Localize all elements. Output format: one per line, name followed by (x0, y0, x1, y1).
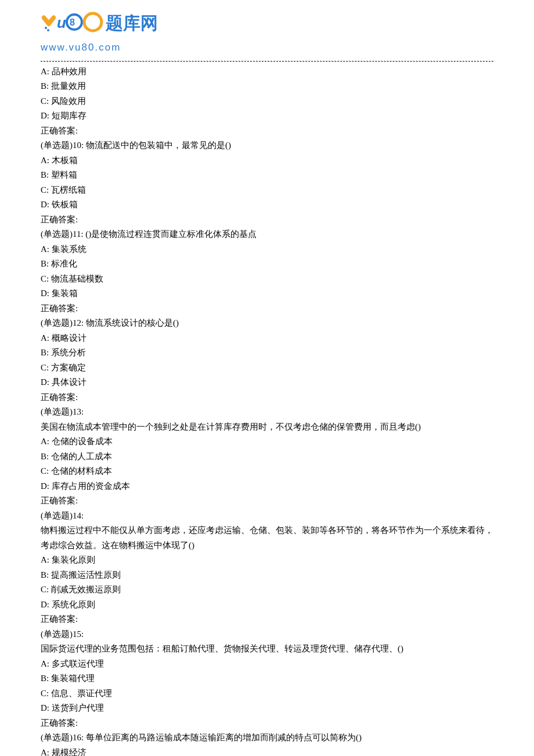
text-line: A: 集装化原则 (41, 553, 493, 568)
text-line: 正确答案: (41, 213, 493, 228)
text-line: C: 方案确定 (41, 361, 493, 376)
text-line: D: 送货到户代理 (41, 701, 493, 716)
text-line: 正确答案: (41, 124, 493, 139)
text-line: B: 提高搬运活性原则 (41, 568, 493, 583)
text-line: B: 塑料箱 (41, 168, 493, 183)
text-line: A: 仓储的设备成本 (41, 434, 493, 449)
svg-text:8: 8 (70, 17, 75, 27)
svg-point-5 (84, 13, 102, 31)
text-line: C: 风险效用 (41, 94, 493, 109)
text-line: B: 批量效用 (41, 79, 493, 94)
text-line: (单选题)13: (41, 405, 493, 420)
svg-point-1 (47, 29, 49, 31)
text-line: B: 集装箱代理 (41, 671, 493, 686)
text-line: A: 品种效用 (41, 64, 493, 80)
logo-container: u 8 题库网 www.vu80.com (41, 12, 493, 56)
text-line: A: 集装系统 (41, 242, 493, 257)
logo-url: www.vu80.com (41, 39, 493, 56)
text-line: 物料搬运过程中不能仅从单方面考虑，还应考虑运输、仓储、包装、装卸等各环节的，将各… (41, 523, 493, 553)
svg-point-0 (45, 27, 47, 29)
text-line: C: 物流基础模数 (41, 272, 493, 287)
text-line: B: 系统分析 (41, 345, 493, 361)
text-line: A: 规模经济 (41, 746, 493, 756)
text-line: D: 集装箱 (41, 286, 493, 301)
text-line: D: 系统化原则 (41, 597, 493, 613)
svg-text:u: u (57, 14, 66, 31)
text-line: (单选题)14: (41, 509, 493, 524)
text-line: (单选题)12: 物流系统设计的核心是() (41, 316, 493, 331)
text-line: C: 信息、票证代理 (41, 686, 493, 701)
text-line: 正确答案: (41, 390, 493, 405)
text-line: C: 削减无效搬运原则 (41, 582, 493, 597)
logo-graphic: u 8 题库网 (41, 12, 493, 41)
text-line: B: 仓储的人工成本 (41, 449, 493, 465)
text-line: 正确答案: (41, 494, 493, 509)
text-line: C: 仓储的材料成本 (41, 464, 493, 479)
text-line: D: 短期库存 (41, 109, 493, 124)
text-line: B: 标准化 (41, 257, 493, 272)
text-line: (单选题)11: ()是使物流过程连贯而建立标准化体系的基点 (41, 227, 493, 242)
text-line: 国际货运代理的业务范围包括：租船订舱代理、货物报关代理、转运及理货代理、储存代理… (41, 642, 493, 657)
text-line: C: 瓦楞纸箱 (41, 183, 493, 198)
text-line: (单选题)15: (41, 627, 493, 642)
divider (41, 61, 493, 62)
svg-text:题库网: 题库网 (105, 13, 158, 33)
text-line: (单选题)16: 每单位距离的马路运输成本随运输距离的增加而削减的特点可以简称为… (41, 730, 493, 746)
text-line: 正确答案: (41, 716, 493, 731)
text-line: (单选题)10: 物流配送中的包装箱中，最常见的是() (41, 138, 493, 153)
text-line: D: 具体设计 (41, 375, 493, 390)
text-line: A: 木板箱 (41, 153, 493, 168)
text-line: A: 多式联运代理 (41, 657, 493, 672)
text-line: 美国在物流成本管理中的一个独到之处是在计算库存费用时，不仅考虑仓储的保管费用，而… (41, 420, 493, 435)
text-line: 正确答案: (41, 301, 493, 316)
text-line: D: 铁板箱 (41, 197, 493, 213)
document-content: A: 品种效用B: 批量效用C: 风险效用D: 短期库存正确答案:(单选题)10… (41, 64, 493, 756)
logo-icon: u 8 题库网 (41, 12, 168, 41)
text-line: 正确答案: (41, 612, 493, 627)
text-line: A: 概略设计 (41, 331, 493, 346)
text-line: D: 库存占用的资金成本 (41, 479, 493, 494)
